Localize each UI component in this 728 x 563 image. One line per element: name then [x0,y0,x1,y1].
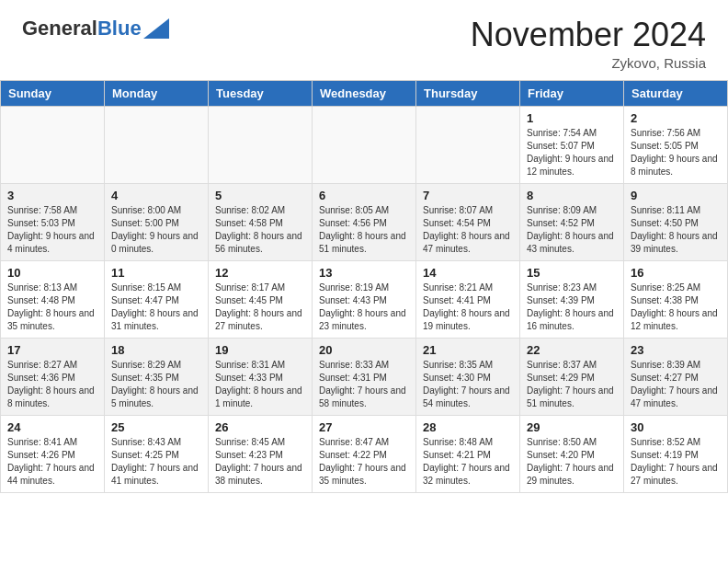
calendar-week-row: 10Sunrise: 8:13 AM Sunset: 4:48 PM Dayli… [1,260,728,338]
day-number: 2 [631,111,721,125]
day-info: Sunrise: 8:25 AM Sunset: 4:38 PM Dayligh… [631,282,721,333]
title-block: November 2024 Zykovo, Russia [471,17,706,71]
day-info: Sunrise: 8:29 AM Sunset: 4:35 PM Dayligh… [111,359,201,410]
day-info: Sunrise: 8:19 AM Sunset: 4:43 PM Dayligh… [319,282,409,333]
calendar-week-row: 3Sunrise: 7:58 AM Sunset: 5:03 PM Daylig… [1,183,728,260]
day-number: 3 [7,189,97,202]
day-number: 9 [631,189,721,202]
calendar-day-cell: 9Sunrise: 8:11 AM Sunset: 4:50 PM Daylig… [624,183,728,260]
logo-blue-text: Blue [97,17,142,40]
page-header: General Blue November 2024 Zykovo, Russi… [0,0,728,80]
day-number: 25 [111,420,201,434]
day-number: 8 [527,189,617,202]
day-info: Sunrise: 8:47 AM Sunset: 4:22 PM Dayligh… [319,436,409,488]
calendar-day-cell: 10Sunrise: 8:13 AM Sunset: 4:48 PM Dayli… [1,260,105,338]
day-number: 7 [423,189,513,202]
calendar-day-cell: 14Sunrise: 8:21 AM Sunset: 4:41 PM Dayli… [416,260,520,338]
calendar-day-cell: 15Sunrise: 8:23 AM Sunset: 4:39 PM Dayli… [520,260,624,338]
calendar-day-cell: 6Sunrise: 8:05 AM Sunset: 4:56 PM Daylig… [313,183,416,260]
day-number: 10 [7,266,97,280]
day-number: 6 [319,189,409,202]
calendar-day-cell: 17Sunrise: 8:27 AM Sunset: 4:36 PM Dayli… [1,338,105,415]
day-number: 11 [111,266,201,280]
day-number: 18 [111,343,201,357]
day-number: 29 [527,420,617,434]
day-info: Sunrise: 8:31 AM Sunset: 4:33 PM Dayligh… [215,359,305,410]
day-info: Sunrise: 8:23 AM Sunset: 4:39 PM Dayligh… [527,282,617,333]
day-info: Sunrise: 8:00 AM Sunset: 5:00 PM Dayligh… [111,204,201,256]
calendar-week-row: 1Sunrise: 7:54 AM Sunset: 5:07 PM Daylig… [1,106,728,183]
calendar-day-cell [1,106,105,183]
day-number: 17 [7,343,97,357]
day-info: Sunrise: 8:11 AM Sunset: 4:50 PM Dayligh… [631,204,721,256]
calendar-header-row: SundayMondayTuesdayWednesdayThursdayFrid… [1,80,728,106]
location: Zykovo, Russia [471,55,706,71]
calendar-day-cell: 23Sunrise: 8:39 AM Sunset: 4:27 PM Dayli… [624,338,728,415]
day-number: 30 [631,420,721,434]
calendar-day-cell: 18Sunrise: 8:29 AM Sunset: 4:35 PM Dayli… [105,338,209,415]
calendar-day-cell [105,106,209,183]
month-title: November 2024 [471,17,706,53]
day-info: Sunrise: 8:17 AM Sunset: 4:45 PM Dayligh… [215,282,305,333]
calendar-day-cell: 4Sunrise: 8:00 AM Sunset: 5:00 PM Daylig… [105,183,209,260]
day-of-week-header: Saturday [624,80,728,106]
day-info: Sunrise: 8:45 AM Sunset: 4:23 PM Dayligh… [215,436,305,488]
calendar-day-cell: 21Sunrise: 8:35 AM Sunset: 4:30 PM Dayli… [416,338,520,415]
day-info: Sunrise: 8:39 AM Sunset: 4:27 PM Dayligh… [631,359,721,410]
calendar-day-cell: 12Sunrise: 8:17 AM Sunset: 4:45 PM Dayli… [209,260,313,338]
day-of-week-header: Thursday [416,80,520,106]
calendar-day-cell: 27Sunrise: 8:47 AM Sunset: 4:22 PM Dayli… [313,415,416,492]
day-number: 14 [423,266,513,280]
day-info: Sunrise: 8:50 AM Sunset: 4:20 PM Dayligh… [527,436,617,488]
day-info: Sunrise: 7:58 AM Sunset: 5:03 PM Dayligh… [7,204,97,256]
day-number: 5 [215,189,305,202]
day-of-week-header: Monday [105,80,209,106]
day-info: Sunrise: 8:52 AM Sunset: 4:19 PM Dayligh… [631,436,721,488]
day-number: 22 [527,343,617,357]
calendar-day-cell: 28Sunrise: 8:48 AM Sunset: 4:21 PM Dayli… [416,415,520,492]
calendar-week-row: 24Sunrise: 8:41 AM Sunset: 4:26 PM Dayli… [1,415,728,492]
calendar-day-cell: 1Sunrise: 7:54 AM Sunset: 5:07 PM Daylig… [520,106,624,183]
calendar-day-cell: 29Sunrise: 8:50 AM Sunset: 4:20 PM Dayli… [520,415,624,492]
day-number: 15 [527,266,617,280]
day-number: 16 [631,266,721,280]
day-info: Sunrise: 7:56 AM Sunset: 5:05 PM Dayligh… [631,127,721,178]
day-of-week-header: Tuesday [209,80,313,106]
day-info: Sunrise: 8:35 AM Sunset: 4:30 PM Dayligh… [423,359,513,410]
day-of-week-header: Wednesday [313,80,416,106]
day-info: Sunrise: 8:37 AM Sunset: 4:29 PM Dayligh… [527,359,617,410]
day-number: 27 [319,420,409,434]
calendar-day-cell: 2Sunrise: 7:56 AM Sunset: 5:05 PM Daylig… [624,106,728,183]
calendar-day-cell: 5Sunrise: 8:02 AM Sunset: 4:58 PM Daylig… [209,183,313,260]
day-number: 4 [111,189,201,202]
day-number: 13 [319,266,409,280]
day-number: 19 [215,343,305,357]
day-number: 20 [319,343,409,357]
logo: General Blue [22,17,169,40]
logo-general-text: General [22,17,97,40]
calendar-day-cell: 16Sunrise: 8:25 AM Sunset: 4:38 PM Dayli… [624,260,728,338]
calendar-table: SundayMondayTuesdayWednesdayThursdayFrid… [0,80,728,493]
day-number: 26 [215,420,305,434]
logo-icon [143,18,169,39]
day-number: 23 [631,343,721,357]
day-info: Sunrise: 8:43 AM Sunset: 4:25 PM Dayligh… [111,436,201,488]
day-info: Sunrise: 8:15 AM Sunset: 4:47 PM Dayligh… [111,282,201,333]
day-number: 24 [7,420,97,434]
calendar-day-cell [416,106,520,183]
day-info: Sunrise: 8:05 AM Sunset: 4:56 PM Dayligh… [319,204,409,256]
calendar-day-cell: 26Sunrise: 8:45 AM Sunset: 4:23 PM Dayli… [209,415,313,492]
calendar-day-cell: 8Sunrise: 8:09 AM Sunset: 4:52 PM Daylig… [520,183,624,260]
day-info: Sunrise: 7:54 AM Sunset: 5:07 PM Dayligh… [527,127,617,178]
calendar-day-cell [313,106,416,183]
calendar-day-cell: 25Sunrise: 8:43 AM Sunset: 4:25 PM Dayli… [105,415,209,492]
calendar-day-cell: 24Sunrise: 8:41 AM Sunset: 4:26 PM Dayli… [1,415,105,492]
day-number: 12 [215,266,305,280]
day-info: Sunrise: 8:09 AM Sunset: 4:52 PM Dayligh… [527,204,617,256]
calendar-day-cell: 22Sunrise: 8:37 AM Sunset: 4:29 PM Dayli… [520,338,624,415]
day-info: Sunrise: 8:41 AM Sunset: 4:26 PM Dayligh… [7,436,97,488]
calendar-day-cell: 13Sunrise: 8:19 AM Sunset: 4:43 PM Dayli… [313,260,416,338]
day-of-week-header: Sunday [1,80,105,106]
day-info: Sunrise: 8:33 AM Sunset: 4:31 PM Dayligh… [319,359,409,410]
svg-marker-0 [143,18,169,39]
